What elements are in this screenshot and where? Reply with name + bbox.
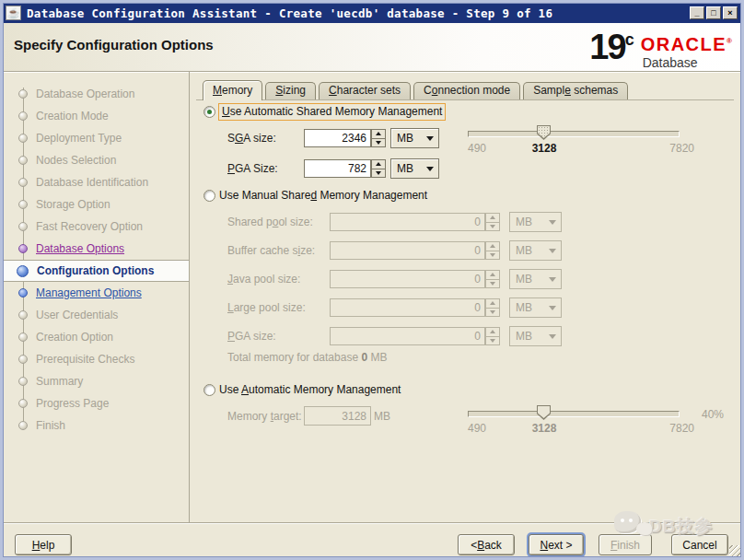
sidebar-step-deployment-type: Deployment Type [3,127,189,149]
spin-down-icon [485,280,500,289]
large-pool-size-spinner [485,298,500,317]
step-bullet-icon [18,355,28,364]
amm-radio[interactable] [203,384,215,396]
window-title: Database Configuration Assistant - Creat… [27,6,552,20]
buffer-cache-size-label: Buffer cache size: [227,244,315,258]
java-app-icon: ☕ [6,6,21,20]
slider-min-label: 490 [468,423,486,435]
pga-size-label: PGA Size: [227,162,278,176]
sidebar-step-finish: Finish [3,414,189,437]
slider-current-label: 3128 [524,143,564,155]
header-divider [3,71,741,73]
step-bullet-icon [18,200,28,209]
oracle-19c-logo: 19 c ORACLE® Database [589,29,732,70]
maximize-button[interactable]: □ [706,6,721,19]
dropdown-arrow-icon [426,136,434,141]
resize-grip[interactable] [729,545,740,556]
buffer-cache-size-input [330,241,485,260]
wechat-icon-small [636,522,653,536]
msmm-radio-label[interactable]: Use Manual Shared Memory Management [219,188,427,204]
sidebar-step-creation-option: Creation Option [3,326,189,348]
sga-size-input[interactable] [304,129,371,147]
step-bullet-icon [18,134,28,143]
tab-connection-mode[interactable]: Connection mode [413,82,520,99]
step-bullet-icon [18,222,28,231]
tab-sizing[interactable]: Sizing [265,82,316,99]
sidebar-step-nodes-selection: Nodes Selection [3,149,189,171]
buffer-cache-unit-combo: MB [509,240,562,261]
spin-down-icon [485,337,500,346]
step-bullet-icon [18,377,28,386]
asmm-radio[interactable] [203,106,215,118]
slider-percent-label: 40% [702,409,724,421]
slider-max-label: 7820 [656,423,694,435]
amm-slider-track [468,411,680,417]
step-bullet-icon [18,399,28,408]
page-header: Specify Configuration Options 19 c ORACL… [3,23,741,71]
step-bullet-icon [18,178,28,187]
help-button[interactable]: Help [15,534,72,555]
step-bullet-icon [18,156,28,165]
pga-size-input[interactable] [304,159,371,178]
dropdown-arrow-icon [549,334,556,339]
spin-up-icon[interactable] [371,159,386,169]
step-bullet-icon [18,421,28,430]
shared-pool-size-spinner [485,213,500,231]
sga-unit-combo[interactable]: MB [390,128,439,148]
back-button[interactable]: < ​Back [458,534,515,555]
amm-radio-label[interactable]: Use Automatic Memory Management [219,382,401,398]
sidebar-step-database-operation: Database Operation [3,83,189,105]
large-pool-size-label: Large pool size: [227,301,306,315]
dropdown-arrow-icon [549,306,556,310]
spin-down-icon[interactable] [371,169,386,179]
logo-version: 19 [589,29,624,65]
spin-down-icon [485,251,500,261]
close-button[interactable]: × [723,6,738,19]
sidebar-step-storage-option: Storage Option [3,193,189,216]
sidebar-step-database-identification: Database Identification [3,171,189,193]
manual-pga-size-label: PGA size: [227,330,276,344]
sga-slider-thumb[interactable] [537,125,551,140]
watermark-text: DB技参 [649,515,713,539]
spin-down-icon [485,309,500,318]
sga-size-spinner[interactable] [371,129,386,147]
java-pool-size-spinner [485,270,500,288]
shared-pool-size-input [330,213,485,231]
titlebar[interactable]: ☕ Database Configuration Assistant - Cre… [3,3,741,23]
sga-size-label: SGA size: [227,132,276,146]
sidebar-step-creation-mode: Creation Mode [3,105,189,127]
memory-target-input [304,406,371,426]
asmm-radio-label[interactable]: Use Automatic Shared Memory Management [218,103,446,121]
spin-up-icon [485,298,500,309]
sga-slider-track[interactable] [468,131,680,137]
sidebar-step-configuration-options: Configuration Options [3,260,189,282]
buffer-cache-size-spinner [485,241,500,260]
window-controls: _ □ × [690,6,738,19]
java-pool-size-label: Java pool size: [227,273,300,286]
spin-up-icon[interactable] [371,129,386,139]
dropdown-arrow-icon [549,220,556,225]
tab-character-sets[interactable]: Character sets [319,82,411,99]
minimize-button[interactable]: _ [690,6,704,19]
sidebar-step-management-options[interactable]: Management Options [3,282,189,304]
pga-size-spinner[interactable] [371,159,386,178]
pga-unit-combo[interactable]: MB [390,158,439,179]
spin-up-icon [485,213,500,223]
next-button[interactable]: Next > [529,534,584,555]
dropdown-arrow-icon [549,249,556,253]
step-bullet-icon [17,265,29,277]
sidebar-step-fast-recovery-option: Fast Recovery Option [3,216,189,238]
memory-target-unit: MB [374,410,390,424]
logo-edition: c [625,30,634,50]
spin-down-icon[interactable] [371,139,386,148]
manual-pga-size-spinner [485,327,500,345]
sidebar-step-database-options[interactable]: Database Options [3,238,189,260]
tab-sample-schemas[interactable]: Sample schemas [523,82,628,99]
total-memory-text: Total memory for database 0 MB [227,351,387,365]
step-bullet-icon [18,111,28,121]
sidebar-step-progress-page: Progress Page [3,392,189,414]
manual-pga-size-input [330,327,485,345]
tab-memory[interactable]: Memory [203,80,262,100]
msmm-radio[interactable] [203,190,215,202]
large-pool-size-input [330,298,485,317]
